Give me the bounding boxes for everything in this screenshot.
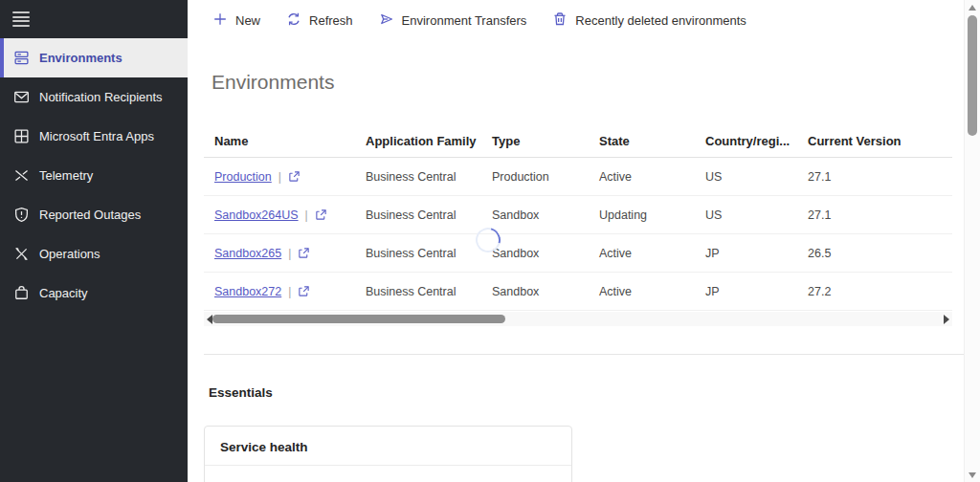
sidebar: Environments Notification Recipients Mic… <box>0 0 188 482</box>
table-row: Sandbox264US | Business Central Sandbox … <box>204 196 952 234</box>
cell-state: Active <box>589 285 695 298</box>
telemetry-icon <box>13 167 30 184</box>
refresh-button-label: Refresh <box>309 13 353 28</box>
scroll-right-icon[interactable] <box>944 315 949 324</box>
plus-icon <box>212 11 228 30</box>
sidebar-item-label: Notification Recipients <box>39 90 163 104</box>
transfer-icon <box>379 11 394 30</box>
horizontal-scrollbar-thumb[interactable] <box>212 315 505 323</box>
apps-grid-icon <box>13 128 30 144</box>
environment-link[interactable]: Production <box>214 170 272 184</box>
sidebar-item-label: Microsoft Entra Apps <box>39 129 154 143</box>
separator: | <box>288 285 291 298</box>
open-environment-icon[interactable] <box>288 170 301 183</box>
new-button-label: New <box>235 13 260 28</box>
cell-application-family: Business Central <box>355 208 481 222</box>
column-header-current-version[interactable]: Current Version <box>797 134 952 148</box>
sidebar-nav: Environments Notification Recipients Mic… <box>0 38 188 313</box>
horizontal-scrollbar[interactable] <box>204 312 952 326</box>
column-header-country[interactable]: Country/regi... <box>695 134 797 148</box>
sidebar-item-label: Telemetry <box>39 168 93 183</box>
essentials-heading: Essentials <box>209 385 273 400</box>
recently-deleted-button[interactable]: Recently deleted environments <box>552 11 746 30</box>
page-title: Environments <box>212 71 334 94</box>
vertical-scrollbar[interactable] <box>964 0 980 482</box>
separator: | <box>278 170 281 184</box>
sidebar-item-reported-outages[interactable]: Reported Outages <box>0 195 188 234</box>
cell-type: Sandbox <box>481 208 589 222</box>
table-header-row: Name Application Family Type State Count… <box>204 128 952 158</box>
scroll-down-icon[interactable] <box>969 472 976 478</box>
sidebar-item-label: Environments <box>39 51 122 65</box>
cell-country: US <box>695 208 797 222</box>
recently-deleted-label: Recently deleted environments <box>575 13 746 28</box>
separator: | <box>305 208 308 222</box>
sidebar-item-label: Capacity <box>39 286 88 300</box>
refresh-icon <box>286 11 301 30</box>
vertical-scrollbar-thumb[interactable] <box>968 15 977 136</box>
new-button[interactable]: New <box>212 11 260 30</box>
column-header-type[interactable]: Type <box>481 134 589 148</box>
scroll-up-icon[interactable] <box>969 5 976 11</box>
mail-icon <box>13 89 30 105</box>
sidebar-item-telemetry[interactable]: Telemetry <box>0 156 188 195</box>
table-row: Production | Business Central Production… <box>204 158 952 196</box>
cell-country: JP <box>695 247 797 260</box>
column-header-state[interactable]: State <box>589 134 695 148</box>
service-health-card: Service health <box>204 426 572 482</box>
column-header-name[interactable]: Name <box>204 134 355 148</box>
hamburger-menu-icon[interactable] <box>12 11 30 27</box>
refresh-button[interactable]: Refresh <box>286 11 353 30</box>
main-content: New Refresh Environment Transfers Recent… <box>188 0 964 482</box>
tools-icon <box>13 246 30 262</box>
cell-type: Production <box>481 170 589 184</box>
environment-link[interactable]: Sandbox272 <box>214 285 281 298</box>
cell-country: JP <box>695 285 797 298</box>
sidebar-item-label: Reported Outages <box>39 208 141 222</box>
environments-table: Name Application Family Type State Count… <box>204 128 952 311</box>
cell-current-version: 27.2 <box>797 285 952 298</box>
cell-application-family: Business Central <box>355 285 481 298</box>
environment-link[interactable]: Sandbox264US <box>214 208 299 222</box>
sidebar-item-microsoft-entra-apps[interactable]: Microsoft Entra Apps <box>0 117 188 156</box>
sidebar-item-operations[interactable]: Operations <box>0 234 188 274</box>
cell-current-version: 27.1 <box>797 170 952 184</box>
open-environment-icon[interactable] <box>298 285 310 297</box>
environment-transfers-label: Environment Transfers <box>402 13 527 28</box>
column-header-application-family[interactable]: Application Family <box>355 134 481 148</box>
cell-state: Updating <box>589 208 695 222</box>
cell-application-family: Business Central <box>355 170 481 184</box>
bag-icon <box>13 285 30 301</box>
cell-state: Active <box>589 170 695 184</box>
sidebar-item-notification-recipients[interactable]: Notification Recipients <box>0 77 188 117</box>
open-environment-icon[interactable] <box>298 247 310 259</box>
table-row: Sandbox272 | Business Central Sandbox Ac… <box>204 273 952 311</box>
cell-type: Sandbox <box>481 285 589 298</box>
command-bar: New Refresh Environment Transfers Recent… <box>212 9 746 32</box>
environment-link[interactable]: Sandbox265 <box>214 247 281 260</box>
cell-application-family: Business Central <box>355 247 481 260</box>
cell-country: US <box>695 170 797 184</box>
environments-icon <box>13 50 30 66</box>
service-health-title: Service health <box>205 427 571 466</box>
separator: | <box>288 247 291 260</box>
environment-transfers-button[interactable]: Environment Transfers <box>379 11 527 30</box>
cell-current-version: 26.5 <box>797 247 952 260</box>
section-divider <box>204 354 964 355</box>
deleted-bin-icon <box>552 11 568 30</box>
table-row: Sandbox265 | Business Central Sandbox Ac… <box>204 234 952 273</box>
sidebar-item-environments[interactable]: Environments <box>0 38 188 77</box>
cell-state: Active <box>589 247 695 260</box>
cell-current-version: 27.1 <box>797 208 952 222</box>
open-environment-icon[interactable] <box>315 208 327 221</box>
shield-alert-icon <box>13 207 30 223</box>
sidebar-item-label: Operations <box>39 247 100 261</box>
sidebar-item-capacity[interactable]: Capacity <box>0 274 188 313</box>
